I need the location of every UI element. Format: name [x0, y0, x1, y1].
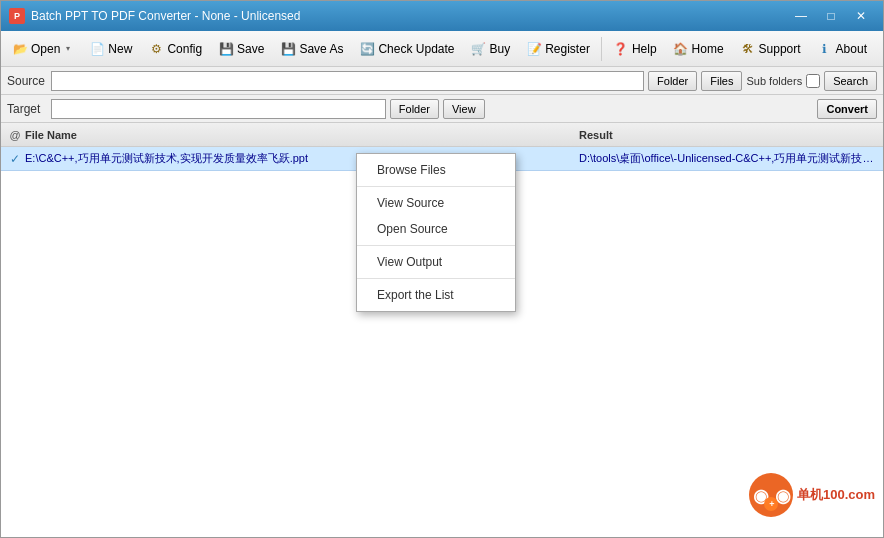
home-button[interactable]: 🏠 Home	[666, 35, 731, 63]
subfolders-checkbox[interactable]	[806, 74, 820, 88]
row-check: ✓	[5, 152, 25, 166]
buy-icon: 🛒	[471, 41, 487, 57]
title-bar: P Batch PPT TO PDF Converter - None - Un…	[1, 1, 883, 31]
col-result: Result	[579, 129, 879, 141]
context-menu: Browse Files View Source Open Source Vie…	[356, 153, 516, 312]
checkupdate-label: Check Update	[378, 42, 454, 56]
save-label: Save	[237, 42, 264, 56]
save-icon: 💾	[218, 41, 234, 57]
support-icon: 🛠	[740, 41, 756, 57]
register-button[interactable]: 📝 Register	[519, 35, 597, 63]
title-bar-left: P Batch PPT TO PDF Converter - None - Un…	[9, 8, 300, 24]
help-icon: ❓	[613, 41, 629, 57]
close-button[interactable]: ✕	[847, 6, 875, 26]
ctx-divider-3	[357, 278, 515, 279]
about-label: About	[836, 42, 867, 56]
source-files-button[interactable]: Files	[701, 71, 742, 91]
help-label: Help	[632, 42, 657, 56]
register-icon: 📝	[526, 41, 542, 57]
ctx-browse-files[interactable]: Browse Files	[357, 157, 515, 183]
main-area: @ File Name Result ✓ E:\C&C++,巧用单元测试新技术,…	[1, 123, 883, 538]
target-folder-button[interactable]: Folder	[390, 99, 439, 119]
saveas-button[interactable]: 💾 Save As	[273, 35, 350, 63]
save-button[interactable]: 💾 Save	[211, 35, 271, 63]
source-input[interactable]	[51, 71, 644, 91]
new-icon: 📄	[89, 41, 105, 57]
watermark: ◉ ◉ + 单机100.com	[749, 473, 875, 517]
target-view-button[interactable]: View	[443, 99, 485, 119]
about-button[interactable]: ℹ About	[810, 35, 874, 63]
maximize-button[interactable]: □	[817, 6, 845, 26]
config-label: Config	[167, 42, 202, 56]
help-button[interactable]: ❓ Help	[606, 35, 664, 63]
home-label: Home	[692, 42, 724, 56]
open-button[interactable]: 📂 Open ▾	[5, 35, 80, 63]
col-at: @	[5, 129, 25, 141]
ctx-open-source[interactable]: Open Source	[357, 216, 515, 242]
toolbar: 📂 Open ▾ 📄 New ⚙ Config 💾 Save 💾 Save As…	[1, 31, 883, 67]
saveas-label: Save As	[299, 42, 343, 56]
subfolders-label: Sub folders	[746, 75, 802, 87]
row-result: D:\tools\桌面\office\-Unlicensed-C&C++,巧用单…	[579, 151, 879, 166]
saveas-icon: 💾	[280, 41, 296, 57]
target-label: Target	[7, 102, 47, 116]
target-input[interactable]	[51, 99, 386, 119]
checkupdate-button[interactable]: 🔄 Check Update	[352, 35, 461, 63]
ctx-divider-1	[357, 186, 515, 187]
config-icon: ⚙	[148, 41, 164, 57]
window-controls: — □ ✕	[787, 6, 875, 26]
toolbar-separator	[601, 37, 602, 61]
ctx-divider-2	[357, 245, 515, 246]
ctx-view-output[interactable]: View Output	[357, 249, 515, 275]
config-button[interactable]: ⚙ Config	[141, 35, 209, 63]
ctx-export-list[interactable]: Export the List	[357, 282, 515, 308]
app-icon: P	[9, 8, 25, 24]
open-dropdown-icon[interactable]: ▾	[63, 44, 73, 53]
support-button[interactable]: 🛠 Support	[733, 35, 808, 63]
col-filename: File Name	[25, 129, 579, 141]
watermark-text: 单机100.com	[797, 486, 875, 504]
update-icon: 🔄	[359, 41, 375, 57]
convert-button[interactable]: Convert	[817, 99, 877, 119]
buy-label: Buy	[490, 42, 511, 56]
source-bar: Source Folder Files Sub folders Search	[1, 67, 883, 95]
open-icon: 📂	[12, 41, 28, 57]
about-icon: ℹ	[817, 41, 833, 57]
buy-button[interactable]: 🛒 Buy	[464, 35, 518, 63]
minimize-button[interactable]: —	[787, 6, 815, 26]
source-label: Source	[7, 74, 47, 88]
source-folder-button[interactable]: Folder	[648, 71, 697, 91]
window-title: Batch PPT TO PDF Converter - None - Unli…	[31, 9, 300, 23]
new-label: New	[108, 42, 132, 56]
table-header: @ File Name Result	[1, 123, 883, 147]
new-button[interactable]: 📄 New	[82, 35, 139, 63]
home-icon: 🏠	[673, 41, 689, 57]
ctx-view-source[interactable]: View Source	[357, 190, 515, 216]
search-button[interactable]: Search	[824, 71, 877, 91]
open-label: Open	[31, 42, 60, 56]
support-label: Support	[759, 42, 801, 56]
target-bar: Target Folder View Convert	[1, 95, 883, 123]
register-label: Register	[545, 42, 590, 56]
